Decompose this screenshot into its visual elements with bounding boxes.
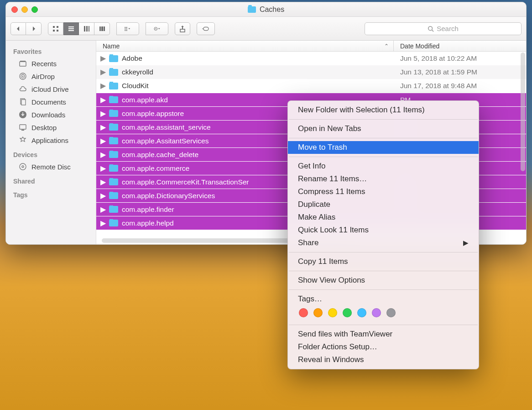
sidebar-item-downloads[interactable]: Downloads [6,108,96,121]
ctx-folder-actions[interactable]: Folder Actions Setup… [288,341,479,353]
applications-icon [19,136,27,144]
context-menu: New Folder with Selection (11 Items) Ope… [287,100,479,369]
disclosure-triangle-icon[interactable]: ▶ [101,207,105,212]
disclosure-triangle-icon[interactable]: ▶ [101,70,105,74]
ctx-rename[interactable]: Rename 11 Items… [288,173,479,185]
table-row[interactable]: ▶ckkeyrolldJun 13, 2018 at 1:59 PM [96,65,526,79]
ctx-make-alias[interactable]: Make Alias [288,211,479,224]
view-gallery-button[interactable] [94,22,110,35]
sidebar-item-documents[interactable]: Documents [6,95,96,108]
tag-color[interactable] [343,308,352,317]
disclosure-triangle-icon[interactable]: ▶ [101,194,105,198]
ctx-teamviewer[interactable]: Send files with TeamViewer [288,328,479,341]
recents-icon [19,59,27,68]
ctx-copy[interactable]: Copy 11 Items [288,255,479,268]
arrange-group [116,22,139,35]
ctx-duplicate[interactable]: Duplicate [288,198,479,211]
disclosure-triangle-icon[interactable]: ▶ [101,166,105,171]
tag-color[interactable] [299,308,308,317]
disclosure-triangle-icon[interactable]: ▶ [101,111,105,116]
ctx-reveal[interactable]: Reveal in Windows [288,353,479,366]
sidebar-item-desktop[interactable]: Desktop [6,121,96,134]
filename: Adobe [122,54,142,63]
filename: com.apple.assistant_service [122,123,211,131]
disclosure-triangle-icon[interactable]: ▶ [101,125,105,130]
disclosure-triangle-icon[interactable]: ▶ [101,56,105,61]
sidebar-item-recents[interactable]: Recents [6,57,96,70]
forward-button[interactable] [26,22,42,35]
ctx-new-folder[interactable]: New Folder with Selection (11 Items) [288,104,479,116]
sidebar-section-shared: Shared [6,176,96,187]
sidebar-item-label: Applications [31,137,68,144]
sidebar-section-devices: Devices [6,149,96,160]
list-header: Name⌃ Date Modified [96,41,526,52]
ctx-quick-look[interactable]: Quick Look 11 Items [288,224,479,237]
action-button[interactable] [146,22,168,35]
disclosure-triangle-icon[interactable]: ▶ [101,221,105,226]
ctx-tags[interactable]: Tags… [288,293,479,305]
ctx-get-info[interactable]: Get Info [288,160,479,173]
disclosure-triangle-icon[interactable]: ▶ [101,84,105,88]
ctx-view-options[interactable]: Show View Options [288,274,479,287]
folder-icon [109,165,118,172]
sort-indicator-icon: ⌃ [384,43,389,49]
zoom-button[interactable] [31,6,38,13]
svg-point-29 [22,76,24,77]
svg-rect-2 [53,30,55,32]
table-row[interactable]: ▶AdobeJun 5, 2018 at 10:22 AM [96,52,526,65]
svg-point-23 [428,26,433,30]
tags-button[interactable] [197,22,215,35]
separator [289,138,478,138]
svg-rect-25 [20,62,26,66]
sidebar-item-airdrop[interactable]: AirDrop [6,70,96,83]
ctx-compress[interactable]: Compress 11 Items [288,185,479,198]
disc-icon [19,163,27,171]
tag-color[interactable] [328,308,337,317]
tag-color[interactable] [313,308,323,317]
toolbar: Search [6,17,526,41]
share-button[interactable] [175,22,190,35]
disclosure-triangle-icon[interactable]: ▶ [101,152,105,157]
view-column-button[interactable] [79,22,94,35]
filename: com.apple.DictionaryServices [122,192,215,200]
vertical-scrollbar[interactable] [521,53,525,171]
svg-rect-18 [126,30,127,31]
disclosure-triangle-icon[interactable]: ▶ [101,139,105,143]
submenu-arrow-icon: ▶ [463,239,469,247]
ctx-move-trash[interactable]: Move to Trash [288,141,479,154]
svg-rect-13 [125,27,125,28]
table-row[interactable]: ▶CloudKitJun 17, 2018 at 9:48 AM [96,79,526,93]
arrange-button[interactable] [116,22,139,35]
sidebar-item-icloud[interactable]: iCloud Drive [6,83,96,95]
sidebar-item-applications[interactable]: Applications [6,134,96,147]
window-title: Caches [248,5,284,14]
titlebar: Caches [6,2,526,17]
tag-color[interactable] [372,308,381,317]
column-date[interactable]: Date Modified [394,42,526,50]
filename: com.apple.helpd [122,219,174,227]
svg-line-24 [432,30,434,32]
column-name[interactable]: Name⌃ [96,41,394,51]
filename: com.apple.CommerceKit.TransactionSer [122,178,249,186]
tag-color[interactable] [357,308,366,317]
back-button[interactable] [10,22,26,35]
cloud-icon [19,85,27,93]
ctx-open-tabs[interactable]: Open in New Tabs [288,122,479,135]
filename: com.apple.AssitantServices [122,137,209,145]
disclosure-triangle-icon[interactable]: ▶ [101,98,105,102]
search-icon [428,26,434,32]
ctx-share[interactable]: Share▶ [288,237,479,249]
tag-color[interactable] [386,308,396,317]
desktop-icon [19,123,27,131]
sidebar-item-label: Documents [31,98,66,106]
minimize-button[interactable] [21,6,28,13]
action-group [146,22,168,35]
svg-rect-14 [125,28,125,29]
sidebar-item-remote-disc[interactable]: Remote Disc [6,160,96,173]
view-list-button[interactable] [63,22,79,35]
folder-icon [109,69,118,76]
close-button[interactable] [11,6,18,13]
disclosure-triangle-icon[interactable]: ▶ [101,180,105,184]
search-field[interactable]: Search [365,22,522,35]
view-icon-button[interactable] [48,22,63,35]
